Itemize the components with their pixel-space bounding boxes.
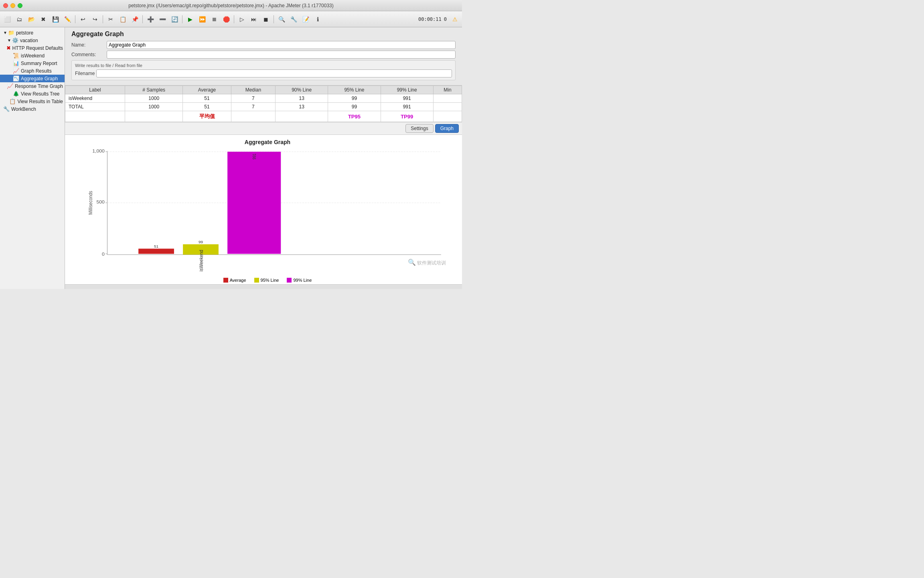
cut-button[interactable]: ✂ [105,14,116,25]
name-input[interactable] [107,41,456,49]
col-label: Label [65,86,125,94]
templates-button[interactable]: 📝 [300,14,311,25]
remote-start-button[interactable]: ▷ [236,14,247,25]
folder-icon: 📁 [8,30,14,36]
expand-button[interactable]: ➕ [145,14,156,25]
sidebar-item-label: Graph Results [21,68,52,74]
run-button[interactable]: ▶ [184,14,196,25]
chart-inner: 1,000 500 0 [85,147,450,275]
sidebar-item-aggregate-graph[interactable]: 📉 Aggregate Graph [0,75,65,82]
close-button[interactable]: ✖ [38,14,49,25]
sidebar-item-label: Aggregate Graph [21,76,58,81]
ann-tp95: TP95 [328,111,381,122]
row1-min [433,94,462,103]
traffic-lights[interactable] [3,3,22,8]
ann-average: 平均值 [183,111,231,122]
undo-button[interactable]: ↩ [77,14,89,25]
content-panel: Aggregate Graph Name: Comments: Write re… [65,27,462,289]
main-content: ▼ 📁 petstore ▼ ⚙️ vacation ✖ HTTP Reques… [0,27,462,289]
sidebar-item-http-defaults[interactable]: ✖ HTTP Request Defaults [0,44,65,52]
row2-p99: 991 [381,103,433,111]
ann-empty3 [231,111,275,122]
ann-empty5 [433,111,462,122]
remote-start-all-button[interactable]: ⏭ [248,14,259,25]
help-button[interactable]: 🔍 [276,14,287,25]
run-no-pause-button[interactable]: ⏩ [197,14,208,25]
comments-input[interactable] [107,51,456,59]
function-helper-button[interactable]: 🔧 [288,14,299,25]
stop-button[interactable]: ⏹ [209,14,220,25]
row1-p95: 99 [328,94,381,103]
about-button[interactable]: ℹ [312,14,323,25]
script-icon: 📜 [13,53,19,59]
summary-icon: 📊 [13,60,19,66]
sidebar-item-summary-report[interactable]: 📊 Summary Report [0,59,65,67]
file-section-title: Write results to file / Read from file [75,63,452,68]
ann-empty2 [125,111,183,122]
table-icon: 📋 [9,98,16,104]
save-as-button[interactable]: ✏️ [62,14,73,25]
chart-legend: Average 95% Line 99% Line [85,278,450,283]
sidebar-item-view-results-table[interactable]: 📋 View Results in Table [0,98,65,105]
legend-p99: 99% Line [287,278,312,283]
svg-text:500: 500 [96,200,104,204]
expand-icon2: ▼ [7,38,11,43]
minimize-button[interactable] [10,3,15,8]
panel-header: Aggregate Graph Name: Comments: Write re… [65,27,462,85]
row1-samples: 1000 [125,94,183,103]
p99-legend-label: 99% Line [293,278,312,283]
svg-text:0: 0 [102,252,105,256]
svg-text:1,000: 1,000 [92,149,105,153]
open-button[interactable]: 📂 [26,14,37,25]
row2-p90: 13 [276,103,328,111]
settings-button[interactable]: Settings [405,124,433,133]
sidebar-item-response-time-graph[interactable]: 📈 Response Time Graph [0,82,65,90]
panel-title: Aggregate Graph [71,31,456,38]
separator-5 [234,15,234,23]
sidebar-item-label: petstore [16,30,33,36]
sidebar-item-label: WorkBench [11,106,36,112]
table-row: isWeekend 1000 51 7 13 99 991 [65,94,462,103]
sidebar-item-petstore[interactable]: ▼ 📁 petstore [0,29,65,37]
sidebar-item-graph-results[interactable]: 📈 Graph Results [0,67,65,75]
save-button[interactable]: 💾 [50,14,61,25]
results-table: Label # Samples Average Median 90% Line … [65,85,462,122]
svg-text:99: 99 [199,240,203,244]
average-legend-label: Average [230,278,246,283]
table-row: TOTAL 1000 51 7 13 99 991 [65,103,462,111]
copy-button[interactable]: 📋 [117,14,128,25]
graph-button[interactable]: Graph [435,124,459,133]
sidebar-item-vacation[interactable]: ▼ ⚙️ vacation [0,37,65,44]
shutdown-button[interactable]: 🛑 [221,14,232,25]
sidebar-item-label: vacation [20,38,38,43]
average-color [223,278,228,283]
filename-input[interactable] [96,69,452,77]
p95-color [254,278,259,283]
chart-svg: 1,000 500 0 [85,147,450,275]
chart-container: Aggregate Graph 1,000 500 0 [65,135,462,284]
toggle-button[interactable]: 🔄 [169,14,180,25]
row2-min [433,103,462,111]
collapse-button[interactable]: ➖ [157,14,168,25]
close-button[interactable] [3,3,8,8]
horizontal-scrollbar[interactable] [65,284,462,289]
svg-text:isWeekend: isWeekend [199,250,204,271]
col-p99: 99% Line [381,86,433,94]
p99-bar [227,152,281,254]
titlebar: petstore.jmx (/Users/emac/git.repo/githu… [0,0,462,11]
new-button[interactable]: ⬜ [2,14,13,25]
sidebar-item-isweekend[interactable]: 📜 isWeekend [0,52,65,59]
maximize-button[interactable] [18,3,22,8]
http-icon: ✖ [6,45,11,51]
col-median: Median [231,86,275,94]
toolbar: ⬜ 🗂 📂 ✖ 💾 ✏️ ↩ ↪ ✂ 📋 📌 ➕ ➖ 🔄 ▶ ⏩ ⏹ 🛑 ▷ ⏭… [0,11,462,27]
paste-button[interactable]: 📌 [129,14,140,25]
redo-button[interactable]: ↪ [89,14,101,25]
remote-stop-button[interactable]: ◼ [260,14,272,25]
svg-text:991: 991 [252,153,257,159]
row1-p99: 991 [381,94,433,103]
sidebar-item-view-results-tree[interactable]: 🌲 View Results Tree [0,90,65,98]
average-bar [138,248,174,254]
open-template-button[interactable]: 🗂 [14,14,25,25]
sidebar-item-workbench[interactable]: 🔧 WorkBench [0,105,65,113]
